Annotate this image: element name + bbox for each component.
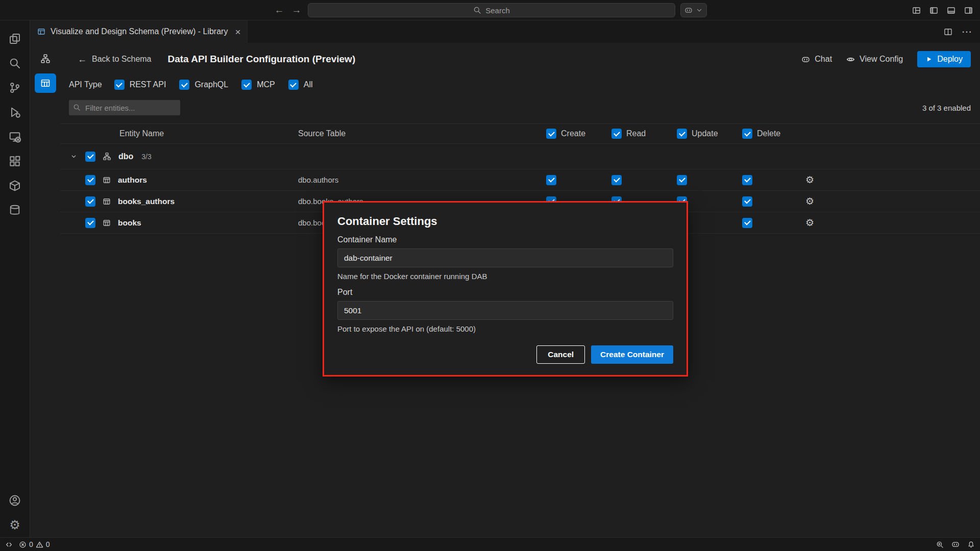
- authors-delete-checkbox[interactable]: [742, 175, 752, 185]
- filter-entities-input[interactable]: [69, 100, 180, 115]
- back-link-label: Back to Schema: [92, 55, 152, 64]
- rail-schema-view-icon[interactable]: [35, 49, 56, 68]
- container-name-input[interactable]: [337, 248, 673, 267]
- play-icon: [925, 56, 933, 63]
- deploy-button[interactable]: Deploy: [917, 51, 971, 67]
- books-authors-settings-gear-icon[interactable]: ⚙: [805, 196, 814, 206]
- source-table: dbo.authors: [286, 176, 539, 184]
- api-option-mcp: MCP: [241, 80, 275, 90]
- header-entity-name: Entity Name: [60, 129, 286, 138]
- titlebar: ← → Search: [0, 0, 980, 20]
- row-books-authors-checkbox[interactable]: [85, 196, 95, 207]
- toggle-secondary-sidebar-icon[interactable]: [964, 6, 973, 15]
- authors-read-checkbox[interactable]: [611, 175, 622, 185]
- group-collapse-chevron-icon[interactable]: [69, 153, 78, 160]
- port-label: Port: [337, 288, 673, 297]
- remote-explorer-icon[interactable]: [3, 124, 27, 149]
- authors-update-checkbox[interactable]: [677, 175, 687, 185]
- zoom-icon[interactable]: [936, 541, 944, 548]
- account-icon[interactable]: [3, 488, 27, 513]
- forward-arrow-icon: →: [292, 5, 302, 15]
- read-all-checkbox[interactable]: [611, 129, 622, 139]
- more-actions-icon[interactable]: ⋯: [962, 27, 972, 37]
- group-name: dbo: [118, 152, 133, 161]
- delete-header-label: Delete: [757, 129, 780, 138]
- chat-button[interactable]: Chat: [801, 55, 832, 64]
- books-authors-delete-checkbox[interactable]: [742, 196, 752, 207]
- search-icon: [473, 6, 481, 14]
- group-dbo-checkbox[interactable]: [85, 152, 95, 162]
- entity-name: authors: [118, 176, 147, 185]
- error-icon: [19, 541, 27, 548]
- entity-name: books: [118, 218, 141, 228]
- api-type-label: API Type: [69, 80, 102, 89]
- tab-close-icon[interactable]: ×: [235, 27, 240, 37]
- command-center-search[interactable]: Search: [308, 3, 675, 17]
- warning-count: 0: [46, 540, 50, 548]
- rail-config-view-icon[interactable]: [35, 73, 56, 93]
- search-sidebar-icon[interactable]: [3, 51, 27, 76]
- mcp-label: MCP: [257, 80, 275, 89]
- all-label: All: [304, 80, 313, 89]
- chat-label: Chat: [815, 55, 832, 64]
- copilot-status-icon[interactable]: [951, 540, 960, 548]
- create-header-label: Create: [561, 129, 585, 138]
- books-settings-gear-icon[interactable]: ⚙: [805, 218, 814, 228]
- split-editor-icon[interactable]: [944, 28, 952, 36]
- cancel-button[interactable]: Cancel: [536, 345, 585, 364]
- port-input[interactable]: [337, 301, 673, 320]
- filter-row: 3 of 3 enabled: [60, 92, 980, 115]
- read-header-label: Read: [626, 129, 646, 138]
- books-delete-checkbox[interactable]: [742, 218, 752, 228]
- authors-settings-gear-icon[interactable]: ⚙: [805, 175, 814, 185]
- page-title: Data API Builder Configuration (Preview): [168, 54, 356, 65]
- graphql-label: GraphQL: [194, 80, 228, 89]
- tab-visualize-design-schema[interactable]: Visualize and Design Schema (Preview) - …: [30, 20, 248, 43]
- create-all-checkbox[interactable]: [546, 129, 556, 139]
- group-count: 3/3: [141, 153, 151, 161]
- remote-indicator[interactable]: [5, 541, 13, 548]
- mcp-checkbox[interactable]: [241, 80, 252, 90]
- table-grid-icon: [103, 219, 111, 227]
- row-books-checkbox[interactable]: [85, 218, 95, 228]
- back-to-schema-link[interactable]: ← Back to Schema: [78, 55, 152, 64]
- container-cube-icon[interactable]: [3, 173, 27, 198]
- api-option-rest: REST API: [114, 80, 166, 90]
- nav-forward-button[interactable]: →: [290, 0, 303, 20]
- toggle-primary-sidebar-icon[interactable]: [929, 6, 938, 15]
- error-count: 0: [29, 540, 33, 548]
- activity-bar: ⚙: [0, 20, 30, 537]
- all-checkbox[interactable]: [288, 80, 299, 90]
- header-read: Read: [604, 129, 670, 139]
- update-all-checkbox[interactable]: [677, 129, 687, 139]
- source-control-icon[interactable]: [3, 76, 27, 100]
- modal-title: Container Settings: [337, 215, 673, 228]
- back-arrow-icon: ←: [78, 55, 87, 64]
- page-header: ← Back to Schema Data API Builder Config…: [60, 43, 980, 71]
- chevron-down-icon: [696, 7, 703, 14]
- problems-indicator[interactable]: 0 0: [19, 540, 50, 548]
- create-container-button[interactable]: Create Container: [591, 345, 673, 364]
- toggle-panel-icon[interactable]: [947, 6, 955, 15]
- rest-api-checkbox[interactable]: [114, 80, 125, 90]
- extensions-icon[interactable]: [3, 149, 27, 173]
- schema-tab-icon: [37, 28, 45, 36]
- notifications-bell-icon[interactable]: [967, 541, 975, 548]
- copilot-menu-button[interactable]: [680, 3, 707, 17]
- nav-back-button[interactable]: ←: [273, 0, 285, 20]
- customize-layout-icon[interactable]: [912, 6, 921, 15]
- schema-group-icon: [103, 152, 111, 161]
- view-config-button[interactable]: View Config: [846, 55, 903, 64]
- explorer-icon[interactable]: [3, 27, 27, 51]
- database-icon[interactable]: [3, 198, 27, 222]
- table-grid-icon: [103, 176, 111, 184]
- row-authors-checkbox[interactable]: [85, 175, 95, 185]
- status-bar: 0 0: [0, 537, 980, 551]
- graphql-checkbox[interactable]: [179, 80, 189, 90]
- tab-title: Visualize and Design Schema (Preview) - …: [51, 27, 228, 36]
- run-debug-icon[interactable]: [3, 100, 27, 124]
- rest-api-label: REST API: [130, 80, 166, 89]
- settings-gear-icon[interactable]: ⚙: [3, 513, 27, 537]
- authors-create-checkbox[interactable]: [546, 175, 556, 185]
- delete-all-checkbox[interactable]: [742, 129, 752, 139]
